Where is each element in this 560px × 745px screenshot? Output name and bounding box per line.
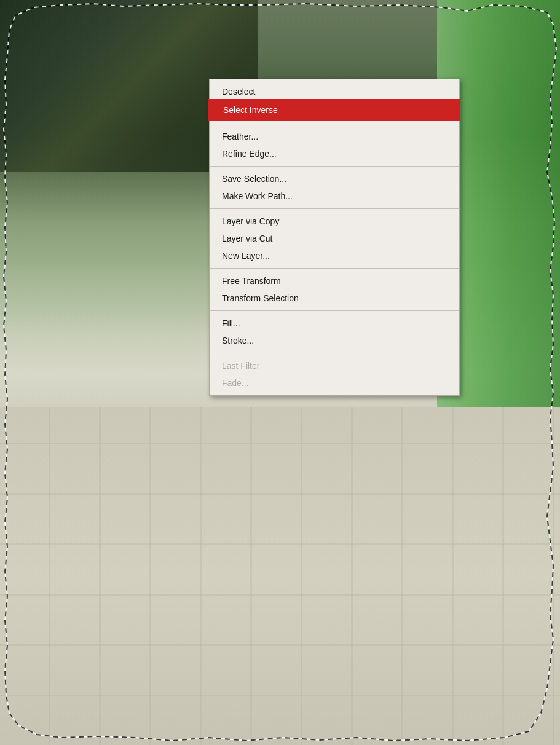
menu-separator-2 [210, 166, 459, 167]
menu-separator-4 [210, 268, 459, 269]
menu-item-make-work-path[interactable]: Make Work Path... [210, 187, 459, 205]
context-menu: Deselect Select Inverse Feather... Refin… [209, 79, 460, 396]
menu-group-3: Save Selection... Make Work Path... [210, 169, 459, 206]
menu-separator-1 [210, 124, 459, 124]
menu-item-layer-via-cut[interactable]: Layer via Cut [210, 230, 459, 247]
menu-group-6: Fill... Stroke... [210, 313, 459, 350]
menu-group-4: Layer via Copy Layer via Cut New Layer..… [210, 211, 459, 266]
menu-group-2: Feather... Refine Edge... [210, 127, 459, 164]
menu-item-free-transform[interactable]: Free Transform [210, 272, 459, 290]
menu-item-select-inverse[interactable]: Select Inverse [210, 100, 459, 120]
menu-item-new-layer[interactable]: New Layer... [210, 247, 459, 264]
menu-item-layer-via-copy[interactable]: Layer via Copy [210, 213, 459, 230]
menu-item-deselect[interactable]: Deselect [210, 83, 459, 100]
menu-item-fade: Fade... [210, 374, 459, 392]
menu-item-save-selection[interactable]: Save Selection... [210, 170, 459, 187]
menu-separator-6 [210, 353, 459, 353]
menu-separator-3 [210, 208, 459, 209]
menu-item-fill[interactable]: Fill... [210, 315, 459, 332]
tile-floor [0, 407, 560, 745]
menu-item-refine-edge[interactable]: Refine Edge... [210, 145, 459, 162]
menu-item-transform-selection[interactable]: Transform Selection [210, 290, 459, 307]
menu-item-last-filter: Last Filter [210, 357, 459, 374]
menu-item-feather[interactable]: Feather... [210, 128, 459, 145]
menu-group-7: Last Filter Fade... [210, 356, 459, 393]
menu-item-stroke[interactable]: Stroke... [210, 332, 459, 349]
menu-group-5: Free Transform Transform Selection [210, 271, 459, 308]
menu-group-1: Deselect Select Inverse [210, 82, 459, 121]
menu-separator-5 [210, 310, 459, 311]
